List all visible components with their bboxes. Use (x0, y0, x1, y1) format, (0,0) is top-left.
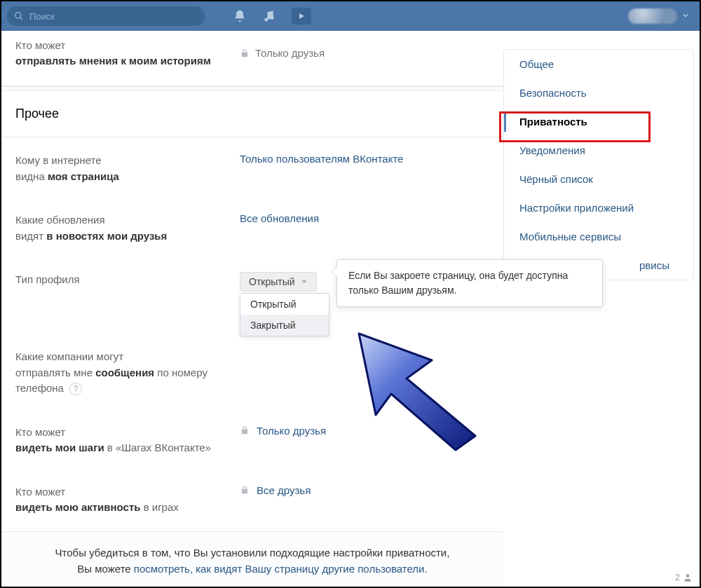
profile-menu[interactable] (628, 1, 690, 31)
dropdown-option-open[interactable]: Открытый (240, 294, 329, 315)
setting-label: Кто может отправлять мнения к моим истор… (15, 38, 240, 69)
dropdown-option-closed[interactable]: Закрытый (240, 315, 329, 336)
sidebar-item-blacklist[interactable]: Чёрный список (504, 165, 693, 193)
setting-value[interactable]: Только друзья (240, 425, 326, 437)
setting-value-link[interactable]: Все обновления (240, 212, 319, 224)
chevron-down-icon (301, 276, 308, 287)
bell-icon[interactable] (233, 9, 247, 23)
setting-row-profile-type: Тип профиля Открытый Открытый Закрытый Е… (1, 259, 503, 307)
lock-icon (240, 48, 250, 58)
svg-point-2 (264, 18, 268, 22)
lock-icon (240, 485, 250, 495)
setting-label: Кто может видеть мои шаги в «Шагах ВКонт… (15, 425, 240, 456)
help-icon[interactable]: ? (69, 383, 82, 395)
search-icon (14, 11, 24, 21)
music-icon[interactable] (262, 9, 276, 23)
tooltip: Если Вы закроете страницу, она будет дос… (336, 259, 603, 307)
setting-label: Какие компании могут отправлять мне сооб… (15, 349, 240, 397)
setting-label: Кому в интернете видна моя страница (15, 153, 240, 184)
setting-label: Кто может видеть мою активность в играх (15, 484, 240, 516)
svg-marker-4 (299, 13, 304, 19)
sidebar-item-privacy[interactable]: Приватность (504, 107, 693, 136)
svg-marker-5 (301, 280, 306, 282)
setting-row-story-opinions: Кто может отправлять мнения к моим истор… (1, 31, 503, 86)
topbar-icons (233, 8, 311, 25)
svg-point-6 (686, 574, 690, 577)
setting-row-feed-updates: Какие обновления видят в новостях мои др… (1, 200, 503, 259)
setting-row-game-activity: Кто может видеть мою активность в играх … (1, 472, 503, 531)
avatar (628, 8, 677, 24)
profile-type-dropdown[interactable]: Открытый (240, 272, 317, 292)
video-icon[interactable] (292, 8, 311, 25)
section-title-other: Прочее (1, 91, 503, 137)
chevron-down-icon (681, 10, 690, 22)
dropdown-menu: Открытый Закрытый (240, 293, 329, 336)
preview-profile-link[interactable]: посмотреть, как видят Вашу страницу друг… (134, 563, 425, 575)
sidebar-item-app-settings[interactable]: Настройки приложений (504, 193, 693, 222)
svg-point-3 (271, 16, 274, 20)
svg-line-1 (20, 18, 22, 20)
setting-row-steps: Кто может видеть мои шаги в «Шагах ВКонт… (1, 412, 503, 472)
privacy-preview-note: Чтобы убедиться в том, что Вы установили… (1, 531, 503, 587)
svg-point-0 (15, 13, 21, 18)
search-field[interactable] (7, 6, 205, 26)
setting-label: Тип профиля (15, 272, 240, 288)
dropdown-selected: Открытый (249, 276, 295, 287)
topbar (1, 1, 700, 31)
setting-label: Какие обновления видят в новостях мои др… (15, 212, 240, 244)
settings-sidebar: Общее Безопасность Приватность Уведомлен… (503, 31, 700, 587)
person-icon (683, 573, 693, 582)
sidebar-item-notifications[interactable]: Уведомления (504, 136, 693, 165)
lock-icon (240, 425, 250, 435)
setting-row-page-visibility: Кому в интернете видна моя страница Толь… (1, 137, 503, 200)
setting-value-link[interactable]: Только пользователям ВКонтакте (240, 153, 403, 165)
setting-value[interactable]: Только друзья (240, 47, 325, 59)
setting-value[interactable]: Все друзья (240, 484, 311, 496)
sidebar-item-mobile[interactable]: Мобильные сервисы (504, 222, 693, 251)
online-counter: 2 (675, 572, 693, 582)
sidebar-item-general[interactable]: Общее (504, 50, 693, 78)
sidebar-item-security[interactable]: Безопасность (504, 78, 693, 107)
search-input[interactable] (29, 11, 198, 22)
